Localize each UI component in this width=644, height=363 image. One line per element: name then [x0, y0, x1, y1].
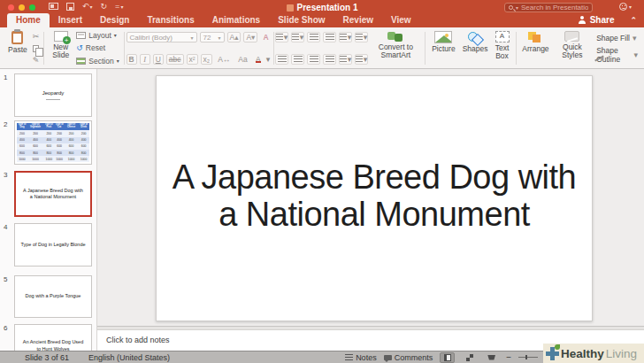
- cut-icon[interactable]: ✂: [33, 32, 40, 41]
- character-spacing-button[interactable]: A↔: [215, 54, 233, 65]
- ribbon-tabs: Home Insert Design Transitions Animation…: [7, 13, 637, 27]
- new-slide-icon: [54, 31, 68, 42]
- bullets-button[interactable]: ▾: [275, 32, 288, 42]
- align-center-button[interactable]: [291, 54, 304, 65]
- language-indicator[interactable]: English (United States): [88, 353, 170, 362]
- justify-button[interactable]: [323, 54, 336, 65]
- font-name-select[interactable]: Calibri (Body)▾: [126, 32, 197, 42]
- reset-button[interactable]: ↺ Reset: [76, 44, 119, 52]
- thumbnail-canvas[interactable]: An Ancient Breed Dog Used to Hunt Wolves: [14, 324, 92, 351]
- copy-icon[interactable]: [33, 45, 39, 52]
- zoom-slider[interactable]: [518, 357, 538, 358]
- save-icon[interactable]: [66, 3, 74, 11]
- strikethrough-button[interactable]: abc: [166, 54, 184, 65]
- text-box-button[interactable]: A Text Box: [494, 30, 511, 66]
- collapse-ribbon-button[interactable]: ⌃: [630, 16, 637, 27]
- subscript-button[interactable]: x₂: [201, 54, 213, 65]
- decrease-font-button[interactable]: A▾: [243, 32, 257, 42]
- quick-styles-icon: [564, 31, 579, 42]
- tab-transitions[interactable]: Transitions: [138, 13, 203, 27]
- section-button[interactable]: Section▾: [76, 58, 119, 66]
- tab-animations[interactable]: Animations: [203, 13, 269, 27]
- clear-formatting-button[interactable]: A: [260, 32, 271, 42]
- font-size-select[interactable]: 72▾: [200, 32, 225, 42]
- slideshow-view-button[interactable]: [484, 352, 499, 363]
- font-color-button[interactable]: A: [253, 54, 264, 65]
- slideshow-icon: [487, 355, 495, 360]
- align-right-button[interactable]: [307, 54, 320, 65]
- italic-button[interactable]: I: [140, 54, 150, 65]
- thumbnail-canvas[interactable]: Type of Dog in Legally Blonde: [14, 223, 92, 266]
- healthy-living-watermark: Healthy Living: [543, 344, 644, 363]
- notes-placeholder[interactable]: Click to add notes: [106, 336, 170, 344]
- format-painter-icon[interactable]: ✎: [33, 56, 40, 65]
- numbering-button[interactable]: ▾: [291, 32, 304, 42]
- close-button[interactable]: [8, 4, 14, 11]
- bold-button[interactable]: B: [126, 54, 137, 65]
- tab-insert[interactable]: Insert: [50, 13, 91, 27]
- tab-view[interactable]: View: [382, 13, 420, 27]
- slide-title-text[interactable]: A Japanese Breed Dog with a National Mon…: [157, 159, 592, 234]
- line-spacing-button[interactable]: ▾: [339, 32, 352, 42]
- convert-to-smartart-button[interactable]: Convert to SmartArt: [371, 30, 420, 66]
- slide-counter: Slide 3 of 61: [25, 353, 69, 362]
- slide-sorter-view-button[interactable]: [462, 352, 477, 363]
- increase-indent-button[interactable]: [323, 32, 336, 42]
- tab-review[interactable]: Review: [334, 13, 382, 27]
- arrange-button[interactable]: Arrange: [520, 30, 550, 66]
- layout-button[interactable]: Layout▾: [76, 32, 119, 40]
- layout-icon: [76, 32, 86, 39]
- feedback-smiley-button[interactable]: ▾: [619, 3, 632, 11]
- zoom-window-button[interactable]: [29, 4, 35, 11]
- text-direction-button[interactable]: ▾: [339, 54, 352, 65]
- slide-number: 4: [4, 223, 7, 231]
- window-controls: [8, 4, 35, 11]
- notes-toggle-button[interactable]: Notes: [345, 353, 377, 362]
- slide-sorter-icon: [466, 354, 473, 361]
- change-case-button[interactable]: Aa: [235, 54, 249, 65]
- search-input[interactable]: ▾ Search in Presentation: [504, 3, 593, 12]
- shape-outline-button[interactable]: Shape Outline▾: [594, 46, 638, 64]
- customize-toolbar-icon[interactable]: =▾: [115, 2, 123, 11]
- shapes-button[interactable]: Shapes: [461, 30, 490, 66]
- align-left-button[interactable]: [275, 54, 288, 65]
- undo-icon[interactable]: ↶▾: [82, 2, 93, 11]
- group-divider: [273, 32, 274, 65]
- comments-toggle-button[interactable]: Comments: [384, 353, 433, 362]
- redo-icon[interactable]: ↻: [101, 2, 108, 11]
- slideshow-view-icon[interactable]: [49, 3, 58, 10]
- columns-button[interactable]: ▾: [355, 32, 368, 42]
- picture-icon: [434, 31, 452, 43]
- group-divider: [124, 32, 125, 65]
- decrease-indent-button[interactable]: [307, 32, 320, 42]
- slide-number: 5: [4, 275, 7, 283]
- align-text-button[interactable]: ▾: [355, 54, 368, 65]
- tab-slide-show[interactable]: Slide Show: [269, 13, 334, 27]
- tab-home[interactable]: Home: [7, 13, 50, 27]
- thumbnail-canvas[interactable]: Type of DogType of VegetableType of Frui…: [14, 120, 92, 165]
- tab-design[interactable]: Design: [91, 13, 138, 27]
- slide-number: 2: [4, 120, 7, 128]
- search-scope-caret-icon: ▾: [516, 4, 518, 11]
- ribbon: Paste ✂ ✎ New Slide Layout▾ ↺ Reset Sect…: [0, 27, 644, 69]
- increase-font-button[interactable]: A▴: [227, 32, 242, 42]
- share-person-icon: [579, 16, 586, 24]
- thumbnail-canvas[interactable]: Jeopardy: [14, 73, 92, 117]
- picture-button[interactable]: Picture: [430, 30, 456, 66]
- shape-fill-button[interactable]: Shape Fill▾: [594, 34, 638, 42]
- new-slide-button[interactable]: New Slide: [49, 30, 73, 66]
- thumbnail-canvas[interactable]: Dog with a Purple Tongue: [14, 275, 92, 318]
- share-button[interactable]: Share: [579, 15, 615, 27]
- thumbnail-canvas-selected[interactable]: A Japanese Breed Dog with a National Mon…: [14, 171, 92, 217]
- minimize-button[interactable]: [19, 4, 25, 11]
- zoom-out-button[interactable]: −: [506, 352, 511, 362]
- normal-view-button[interactable]: [440, 352, 455, 363]
- underline-button[interactable]: U: [153, 54, 164, 65]
- quick-styles-button[interactable]: Quick Styles: [555, 30, 591, 66]
- notes-splitter-handle[interactable]: [97, 326, 644, 330]
- superscript-button[interactable]: x²: [187, 54, 198, 65]
- slide-canvas[interactable]: A Japanese Breed Dog with a National Mon…: [156, 75, 593, 321]
- shapes-icon: [466, 31, 484, 43]
- shape-format-stack: Shape Fill▾ Shape Outline▾: [594, 30, 638, 66]
- paste-button[interactable]: Paste: [6, 30, 29, 66]
